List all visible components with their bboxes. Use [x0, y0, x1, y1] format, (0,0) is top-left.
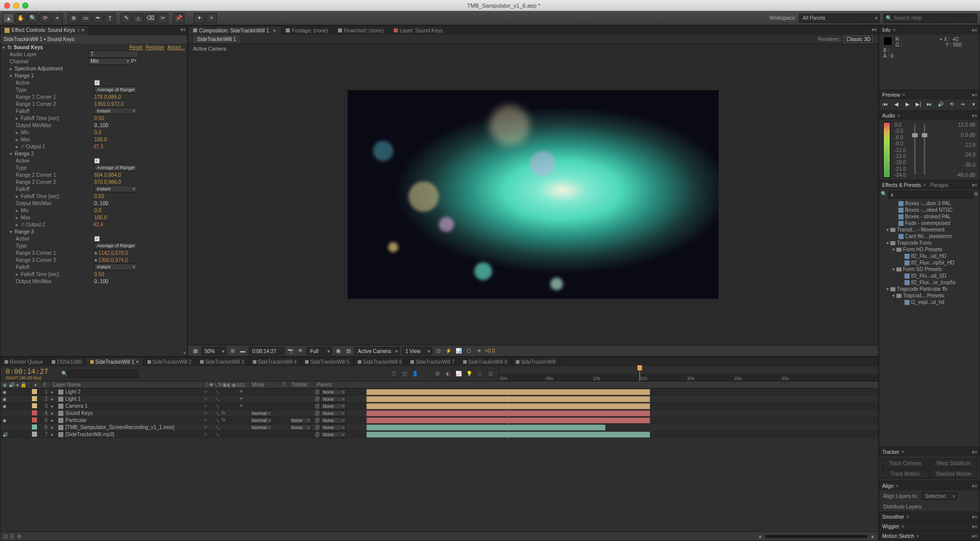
audio-layer-dropdown[interactable]: 7. SideTrackinWill.mp	[88, 51, 139, 58]
parent-dropdown[interactable]: None	[321, 396, 346, 402]
fast-preview-icon[interactable]: ⚡	[444, 347, 453, 355]
preset-tree-item[interactable]: ▾Trapcode Particular ffx	[879, 286, 979, 292]
scroll-down-icon[interactable]: ▾	[183, 350, 186, 356]
twirl-icon[interactable]: ▾	[3, 45, 8, 50]
fx-toggle-icon[interactable]: fx	[8, 45, 14, 50]
twirl-icon[interactable]: ▾	[892, 247, 895, 252]
solo-icon[interactable]: ＼	[215, 432, 220, 437]
graph-editor-icon[interactable]: 📈	[454, 369, 463, 378]
twirl-icon[interactable]: ▸	[51, 396, 56, 402]
shy-icon[interactable]: ⊹	[203, 432, 209, 437]
track-matte-dropdown[interactable]: None	[289, 417, 312, 423]
falloff-dropdown[interactable]: Instant	[94, 185, 137, 192]
pickwhip-icon[interactable]: @	[315, 424, 320, 430]
timeline-tab[interactable]: SideTrackinWill 5	[301, 358, 354, 366]
twirl-icon[interactable]: ▾	[886, 240, 889, 246]
active-checkbox[interactable]: ✓	[94, 236, 100, 242]
parent-dropdown[interactable]: None	[321, 403, 346, 409]
text-tool-icon[interactable]: T	[104, 13, 116, 23]
prop-group[interactable]: Spectrum Adjustment	[15, 66, 63, 71]
zoom-slider[interactable]	[766, 535, 867, 538]
label-color[interactable]	[32, 403, 37, 408]
zoom-in-icon[interactable]: ▲	[870, 533, 875, 539]
prop-value[interactable]: 42.4	[93, 222, 103, 227]
stopwatch-icon[interactable]: ⏱	[21, 222, 25, 227]
timeline-tab[interactable]: Render Queue	[1, 358, 48, 366]
preset-tree-item[interactable]: Boxes - stroked PAL	[879, 213, 979, 220]
show-snapshot-icon[interactable]: 👁	[296, 347, 305, 355]
panel-title[interactable]: Audio	[882, 113, 895, 119]
rotate-tool-icon[interactable]: ⟳	[40, 13, 51, 23]
label-color[interactable]	[32, 432, 37, 437]
blend-mode-dropdown[interactable]: Normal	[250, 410, 272, 416]
parent-dropdown[interactable]: None	[321, 424, 346, 431]
prop-value[interactable]: 0..100	[94, 279, 108, 284]
register-link[interactable]: Register	[145, 45, 164, 50]
panel-title[interactable]: Preview	[882, 92, 900, 98]
twirl-icon[interactable]: ▾	[886, 227, 889, 233]
time-ruler[interactable]: :00s05s10s15s20s25s30s	[498, 366, 878, 381]
shy-icon[interactable]: ⊹	[203, 410, 209, 416]
tracker-button[interactable]: Track Camera	[881, 458, 929, 468]
pickwhip-icon[interactable]: @	[315, 417, 320, 423]
layer-bar[interactable]	[366, 396, 650, 402]
twirl-icon[interactable]: ▸	[16, 130, 21, 135]
timeline-tab[interactable]: SideTrackinWill	[512, 358, 560, 366]
panel-menu-icon[interactable]: ▾≡	[180, 27, 186, 32]
layer-bar[interactable]	[366, 389, 650, 395]
first-frame-icon[interactable]: ⏮	[881, 101, 889, 108]
world-axis-icon[interactable]: ✧	[206, 13, 217, 23]
close-panel-icon[interactable]: ×	[902, 92, 906, 98]
panel-menu-icon[interactable]: ▾≡	[972, 92, 977, 98]
label-color[interactable]	[32, 396, 37, 401]
timeline-tab[interactable]: SideTrackinWill 2	[143, 358, 196, 366]
twirl-icon[interactable]: ▾	[886, 286, 889, 292]
keyframe-icon[interactable]: ◆	[94, 251, 97, 255]
prop-value[interactable]: 1300.0,974.0	[98, 257, 128, 263]
label-color[interactable]	[32, 410, 37, 415]
parent-dropdown[interactable]: None	[321, 389, 346, 395]
twirl-icon[interactable]: ▸	[51, 424, 56, 430]
visibility-icon[interactable]: ◉	[3, 404, 7, 409]
preset-tree-item[interactable]: Boxes -...oked NTSC	[879, 207, 979, 213]
label-color[interactable]	[32, 424, 37, 430]
panel-title[interactable]: Tracker	[882, 449, 899, 455]
exposure-value[interactable]: +0.0	[485, 348, 495, 354]
zoom-tool-icon[interactable]: 🔍	[27, 13, 39, 23]
layer-bar[interactable]	[366, 432, 650, 438]
layer-bar[interactable]	[366, 410, 650, 416]
solo-icon[interactable]: ＼	[215, 410, 220, 416]
resolution-icon[interactable]: ⊞	[229, 347, 237, 355]
falloff-dropdown[interactable]: Instant	[94, 107, 137, 114]
close-panel-icon[interactable]: ×	[901, 524, 904, 529]
twirl-icon[interactable]: ▸	[51, 432, 56, 437]
pixel-aspect-icon[interactable]: ⊡	[434, 347, 442, 355]
close-panel-icon[interactable]: ×	[923, 182, 926, 188]
panel-title[interactable]: Motion Sketch	[882, 533, 914, 539]
layer-name[interactable]: [SideTrackinWill.mp3]	[65, 432, 114, 437]
preview-options-icon[interactable]: ▾	[969, 101, 977, 108]
preset-tree-item[interactable]: t2_expl...dark_hd	[879, 305, 979, 306]
prop-value[interactable]: 1350.0,972.0	[94, 101, 124, 107]
layer-name[interactable]: Camera 1	[65, 403, 88, 409]
falloff-dropdown[interactable]: Instant	[94, 263, 137, 270]
close-panel-icon[interactable]: ×	[901, 449, 904, 455]
pen-tool-icon[interactable]: ✒	[92, 13, 103, 23]
twirl-icon[interactable]: ▸	[16, 222, 21, 227]
preset-tree-item[interactable]: ▾Form SD Presets	[879, 266, 979, 273]
visibility-icon[interactable]: ◉	[3, 390, 7, 395]
close-tab-icon[interactable]: ×	[136, 359, 139, 365]
current-timecode[interactable]: 0:00:14:27	[6, 367, 56, 375]
close-panel-icon[interactable]: ×	[893, 27, 896, 33]
panel-title[interactable]: Info	[882, 27, 891, 33]
rect-tool-icon[interactable]: ▭	[80, 13, 91, 23]
twirl-icon[interactable]: ▸	[51, 403, 56, 409]
timeline-tab[interactable]: 1920x1080	[48, 358, 87, 366]
zoom-dropdown[interactable]: 50%	[201, 347, 227, 355]
pickwhip-icon[interactable]: @	[315, 389, 320, 395]
grid-icon[interactable]: ▦	[191, 347, 199, 355]
visibility-icon[interactable]: ◉	[3, 418, 7, 423]
shy-icon[interactable]: ⊹	[203, 389, 209, 395]
play-icon[interactable]: ▶	[903, 101, 912, 108]
twirl-icon[interactable]: ▸	[51, 410, 56, 416]
